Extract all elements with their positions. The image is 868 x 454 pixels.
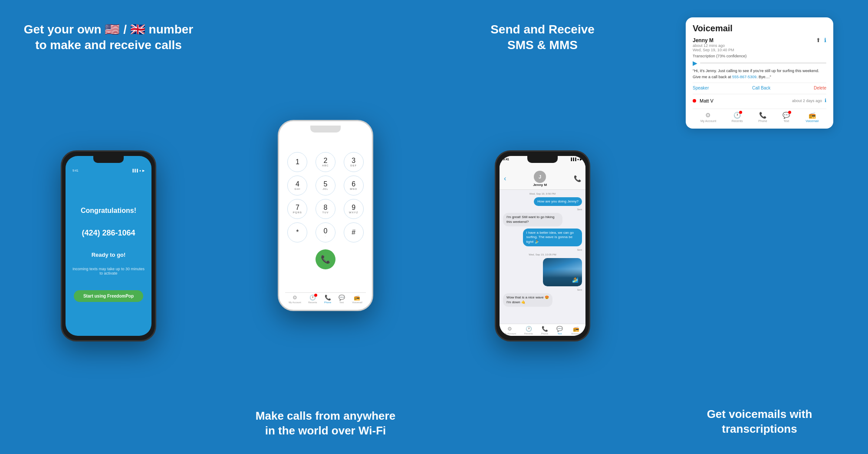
vm-share-icon[interactable]: ⬆ [816, 37, 821, 43]
vm-card-title: Voicemail [693, 23, 826, 33]
vm-caller1-time: about 12 mins ago [693, 43, 826, 48]
status-time-1: 9:41 [72, 169, 79, 172]
dial-key-7[interactable]: 7PQRS [287, 199, 307, 219]
msg-date-1: Wed, Sep 19, 9:56 PM [503, 192, 582, 195]
panel-2: 12ABC3DEF4GHI5JKL6MNO7PQRS8TUV9WXYZ*0·# … [217, 0, 434, 454]
dial-key-4[interactable]: 4GHI [287, 176, 307, 196]
msg-4-label: Sent [577, 288, 582, 291]
vm-info-icon-2[interactable]: ℹ [825, 98, 826, 103]
vm-phone-link[interactable]: 555-867-5309 [732, 75, 756, 79]
sms-status-time: 9:41 [503, 158, 509, 161]
dial-call-button[interactable]: 📞 [316, 249, 335, 269]
dial-key-8[interactable]: 8TUV [316, 199, 335, 219]
msg-5: Wow that is a nice wave 😍 I'm down 🤙 [503, 293, 552, 307]
dial-key-9[interactable]: 9WXYZ [344, 199, 364, 219]
phone-notch-3 [527, 156, 558, 163]
panel2-phone-wrap: 12ABC3DEF4GHI5JKL6MNO7PQRS8TUV9WXYZ*0·# … [226, 22, 425, 409]
assigned-number: (424) 286-1064 [82, 229, 135, 238]
vm-play-button[interactable]: ▶ [693, 60, 697, 66]
dial-key-#[interactable]: # [344, 222, 364, 242]
sms-tab-bar: ⚙My Account🕐Recents📞Phone💬Text📻Voicemail [500, 324, 585, 336]
msg-wave-image: 🏄 [543, 258, 582, 286]
vm-info-icon[interactable]: ℹ [824, 37, 826, 43]
msg-1: How are you doing Jenny? [534, 197, 582, 206]
congrats-screen: 9:41 ▐▐▐●▶ Congratulations! (424) 286-10… [66, 156, 151, 336]
dial-key-*[interactable]: * [287, 222, 307, 242]
vm-actions: Speaker Call Back Delete [693, 83, 826, 90]
vm-card-tabs: ⚙My Account🕐Recents📞Phone💬Text📻Voicemail [693, 109, 826, 123]
panel1-title: Get your own 🇺🇸 / 🇬🇧 number to make and … [24, 22, 193, 53]
phone-notch-2 [310, 126, 341, 133]
dialer-grid[interactable]: 12ABC3DEF4GHI5JKL6MNO7PQRS8TUV9WXYZ*0·# [285, 152, 366, 242]
vm-tab-badge [739, 111, 742, 114]
vm-delete-button[interactable]: Delete [814, 86, 826, 90]
sms-screen: 9:41 ▐▐▐●▶ ‹ J Jenny M 📞 Wed, S [500, 156, 585, 336]
screen-1: 9:41 ▐▐▐●▶ Congratulations! (424) 286-10… [66, 156, 151, 336]
dial-key-1[interactable]: 1 [287, 152, 307, 172]
dial-key-0[interactable]: 0· [316, 222, 335, 242]
tab-voicemail[interactable]: 📻Voicemail [352, 295, 362, 304]
tab-voicemail[interactable]: 📻Voicemail [571, 326, 582, 335]
phone-2: 12ABC3DEF4GHI5JKL6MNO7PQRS8TUV9WXYZ*0·# … [278, 120, 373, 311]
vm-unread-dot [693, 99, 696, 103]
incoming-note: Incoming texts may take up to 30 minutes… [72, 267, 145, 275]
vm-tab-phone[interactable]: 📞Phone [758, 112, 767, 123]
vm-tab-voicemail[interactable]: 📻Voicemail [806, 112, 819, 123]
dial-key-6[interactable]: 6MNO [344, 176, 364, 196]
status-bar-1: 9:41 ▐▐▐●▶ [71, 169, 146, 172]
sms-contact-name: Jenny M [533, 183, 547, 187]
sms-call-icon[interactable]: 📞 [574, 175, 581, 182]
panel-4: Voicemail Jenny M ⬆ ℹ about 12 mins ago … [651, 0, 868, 454]
vm-tab-recents[interactable]: 🕐Recents [732, 112, 743, 123]
vm-caller1-date: Wed, Sep 19, 10:40 PM [693, 48, 826, 52]
panel2-subtitle: Make calls from anywhere in the world ov… [256, 409, 395, 438]
sms-back-button[interactable]: ‹ [504, 175, 506, 182]
tab-badge [314, 294, 317, 297]
tab-my-account[interactable]: ⚙My Account [503, 326, 516, 335]
screen-3: 9:41 ▐▐▐●▶ ‹ J Jenny M 📞 Wed, S [500, 156, 585, 336]
tab-phone[interactable]: 📞Phone [541, 326, 548, 335]
dialer-container: 12ABC3DEF4GHI5JKL6MNO7PQRS8TUV9WXYZ*0·# … [282, 125, 369, 306]
voicemail-card: Voicemail Jenny M ⬆ ℹ about 12 mins ago … [686, 17, 833, 129]
vm-speaker-button[interactable]: Speaker [693, 86, 709, 90]
tab-recents[interactable]: 🕐Recents [524, 326, 533, 335]
vm-tab-text[interactable]: 💬Text [783, 112, 790, 123]
phone-notch-1 [93, 156, 124, 163]
dial-key-5[interactable]: 5JKL [316, 176, 335, 196]
panel3-title: Send and Receive SMS & MMS [490, 22, 595, 53]
tab-text[interactable]: 💬Text [339, 295, 345, 304]
vm-tab-my-account[interactable]: ⚙My Account [700, 112, 716, 123]
vm-caller2-time: about 2 days ago [792, 99, 822, 103]
panel1-phone-wrap: 9:41 ▐▐▐●▶ Congratulations! (424) 286-10… [9, 53, 208, 438]
vm-item-1: Jenny M ⬆ ℹ about 12 mins ago Wed, Sep 1… [693, 37, 826, 94]
tab-recents[interactable]: 🕐Recents [308, 295, 317, 304]
screen-2: 12ABC3DEF4GHI5JKL6MNO7PQRS8TUV9WXYZ*0·# … [282, 125, 369, 306]
start-using-button[interactable]: Start using FreedomPop [74, 290, 143, 302]
tab-my-account[interactable]: ⚙My Account [289, 295, 301, 304]
ready-text: Ready to go! [92, 252, 126, 258]
msg-2: I'm great! Still want to go hiking this … [503, 213, 562, 226]
sms-messages: Wed, Sep 19, 9:56 PM How are you doing J… [500, 190, 585, 324]
dial-key-3[interactable]: 3DEF [344, 152, 364, 172]
vm-progress-bar [700, 63, 826, 63]
sms-header: ‹ J Jenny M 📞 [500, 161, 585, 190]
vm-caller1-name: Jenny M [693, 37, 713, 43]
vm-transcript-label: Transcription (73% confidence) [693, 54, 826, 58]
phone-3: 9:41 ▐▐▐●▶ ‹ J Jenny M 📞 Wed, S [495, 150, 590, 341]
tab-phone[interactable]: 📞Phone [324, 295, 331, 304]
dial-key-2[interactable]: 2ABC [316, 152, 335, 172]
sms-avatar: J [534, 171, 546, 183]
msg-date-2: Wed, Sep 19, 10:05 PM [503, 253, 582, 256]
panel-3: Send and Receive SMS & MMS 9:41 ▐▐▐●▶ ‹ … [434, 0, 651, 454]
vm-callback-button[interactable]: Call Back [752, 86, 770, 90]
tab-text[interactable]: 💬Text [556, 326, 563, 335]
sms-contact-info: J Jenny M [533, 171, 547, 187]
vm-tab-badge [788, 111, 791, 114]
panel4-subtitle: Get voicemails with transcriptions [707, 407, 812, 437]
status-icons-1: ▐▐▐●▶ [132, 169, 145, 172]
msg-1-label: Sent [577, 208, 582, 211]
panel-1: Get your own 🇺🇸 / 🇬🇧 number to make and … [0, 0, 217, 454]
dialer-tab-bar: ⚙My Account🕐Recents📞Phone💬Text📻Voicemail [285, 292, 366, 305]
msg-3: I have a better idea, we can go surfing.… [523, 229, 582, 246]
vm-caller2-name: Matt V [700, 98, 792, 103]
